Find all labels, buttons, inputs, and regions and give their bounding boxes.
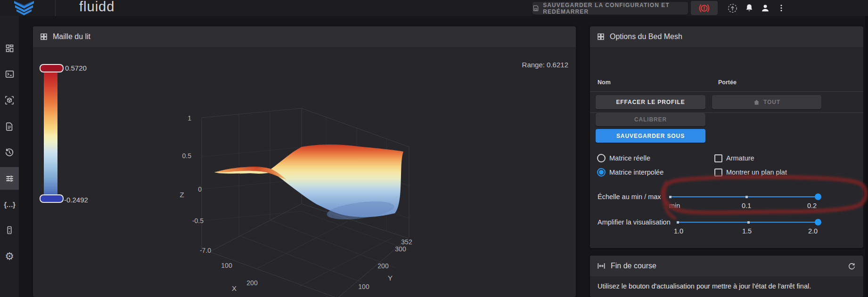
sidebar-item-jobs[interactable] — [0, 115, 19, 138]
file-document-icon — [5, 122, 14, 131]
cog-icon: ⚙ — [5, 251, 14, 262]
svg-text:200: 200 — [246, 279, 258, 287]
endstops-description: Utilisez le bouton d'actualisation pour … — [598, 282, 811, 290]
checkbox-armature[interactable] — [714, 154, 722, 162]
remove-profile-button[interactable]: EFFACER LE PROFILE — [596, 95, 705, 109]
home-all-label: TOUT — [763, 99, 780, 105]
checkbox-plan-plat[interactable] — [714, 169, 722, 177]
tune-icon — [5, 174, 15, 184]
endstops-panel-title: Fin de course — [611, 262, 656, 270]
page-scrollbar[interactable] — [865, 16, 868, 297]
bell-icon — [744, 3, 754, 13]
column-nom: Nom — [598, 79, 611, 86]
tick-min — [669, 196, 671, 198]
sidebar-item-configure[interactable]: {…} — [0, 193, 19, 216]
console-icon — [5, 69, 15, 79]
save-config-restart-button[interactable]: SAUVEGARDER LA CONFIGURATION ET REDÉMARR… — [532, 2, 688, 15]
server-icon — [5, 225, 14, 235]
overflow-menu-button[interactable] — [775, 2, 787, 14]
tick-15 — [747, 221, 750, 224]
save-as-label: SAUVEGARDER SOUS — [616, 133, 685, 139]
scale-tick-02: 0.2 — [807, 202, 817, 209]
update-icon — [727, 3, 738, 14]
radio-matrice-reelle[interactable] — [597, 154, 606, 162]
remove-profile-label: EFFACER LE PROFILE — [616, 99, 685, 105]
boost-slider[interactable] — [677, 222, 821, 223]
svg-text:0: 0 — [198, 185, 202, 193]
calibrate-button[interactable]: CALIBRER — [596, 113, 705, 126]
scale-slider[interactable] — [669, 196, 821, 197]
update-available-button[interactable] — [726, 2, 738, 14]
grid-icon — [597, 32, 605, 41]
scale-tick-01: 0.1 — [742, 202, 751, 209]
nav-sidebar: {…} ⚙ — [0, 16, 19, 297]
endstops-panel: Fin de course Utilisez le bouton d'actua… — [590, 256, 863, 297]
topbar-divider — [55, 0, 56, 16]
app-title: fluidd — [79, 0, 115, 15]
sidebar-item-settings[interactable]: ⚙ — [0, 245, 19, 268]
calibrate-label: CALIBRER — [634, 116, 667, 123]
bed-mesh-panel-header[interactable]: Maille du lit — [33, 26, 576, 47]
boost-slider-thumb[interactable] — [815, 219, 821, 225]
scale-slider-thumb[interactable] — [815, 193, 821, 200]
notifications-button[interactable] — [743, 2, 755, 14]
svg-text:-0.5: -0.5 — [192, 217, 204, 225]
svg-text:200: 200 — [377, 262, 389, 270]
colorbar-max-value: 0.5720 — [65, 64, 87, 72]
emergency-stop-icon — [698, 2, 710, 14]
sidebar-item-history[interactable] — [0, 141, 19, 164]
boost-slider-label: Amplifier la visualisation — [598, 218, 671, 226]
colorbar-min-handle[interactable] — [40, 194, 64, 203]
svg-text:Z: Z — [180, 191, 184, 199]
refresh-icon — [847, 262, 856, 271]
endstop-icon — [597, 261, 606, 271]
colorbar-min-value: -0.2492 — [64, 196, 88, 204]
sidebar-item-tune[interactable] — [0, 167, 19, 190]
boost-tick-20: 2.0 — [808, 227, 818, 235]
bed-mesh-panel-title: Maille du lit — [53, 32, 90, 41]
sidebar-item-console[interactable] — [0, 63, 19, 85]
refresh-button[interactable] — [845, 260, 858, 273]
tick-1 — [677, 221, 679, 224]
history-icon — [4, 147, 15, 158]
home-all-button[interactable]: TOUT — [712, 95, 821, 109]
account-icon — [760, 3, 770, 13]
mesh-range-label: Range: 0.6212 — [522, 61, 568, 69]
bed-mesh-panel: Maille du lit Range: 0.6212 0.5720 -0.24… — [33, 26, 576, 297]
sidebar-item-system[interactable] — [0, 219, 19, 241]
sidebar-item-dashboard[interactable] — [0, 37, 19, 59]
svg-text:352: 352 — [401, 238, 412, 246]
mesh-colorbar[interactable] — [44, 67, 57, 199]
bed-mesh-options-panel: Options du Bed Mesh Nom Portée default a… — [590, 26, 863, 248]
content-save-icon — [532, 4, 539, 12]
column-portee: Portée — [718, 79, 737, 86]
account-button[interactable] — [759, 2, 771, 14]
radio-matrice-interpolee-label: Matrice interpolée — [609, 169, 663, 176]
dots-vertical-icon — [777, 3, 786, 13]
options-panel-header[interactable]: Options du Bed Mesh — [590, 26, 863, 47]
svg-text:X: X — [232, 284, 237, 292]
colorbar-max-handle[interactable] — [40, 64, 64, 72]
tick-mid — [745, 196, 748, 198]
scale-tick-min: min — [669, 202, 680, 209]
options-panel-title: Options du Bed Mesh — [610, 32, 682, 41]
bed-mesh-3d-plot[interactable]: 1 0.5 0 -0.5 -7.0 Z 100 200 X 352 300 20… — [178, 104, 428, 297]
view-dashboard-icon — [5, 43, 15, 53]
top-bar: fluidd SAUVEGARDER LA CONFIGURATION ET R… — [0, 0, 868, 16]
endstops-panel-header[interactable]: Fin de course — [590, 256, 863, 276]
code-braces-icon: {…} — [4, 201, 15, 209]
svg-text:0.5: 0.5 — [182, 152, 192, 160]
home-icon — [753, 99, 760, 106]
cube-scan-icon — [4, 95, 15, 105]
profile-table-header: Nom Portée — [590, 73, 863, 92]
emergency-stop-button[interactable] — [691, 1, 718, 15]
grid-icon — [40, 32, 48, 41]
save-as-button[interactable]: SAUVEGARDER SOUS — [596, 129, 705, 143]
mesh-surface — [214, 144, 403, 223]
sidebar-item-gcode-preview[interactable] — [0, 89, 19, 112]
svg-text:100: 100 — [358, 283, 369, 290]
svg-text:1: 1 — [188, 114, 191, 122]
radio-matrice-interpolee[interactable] — [597, 168, 606, 177]
fluidd-logo-icon[interactable] — [10, 0, 38, 16]
checkbox-plan-plat-label: Montrer un plan plat — [726, 169, 787, 176]
